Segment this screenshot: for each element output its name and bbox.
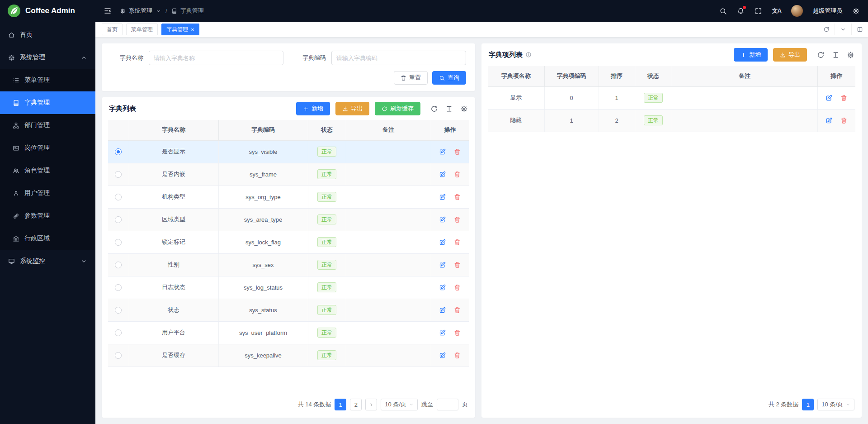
fullscreen-icon[interactable]	[755, 7, 762, 15]
sidebar-item-system-monitor[interactable]: 系统监控	[0, 250, 95, 272]
table-row[interactable]: 状态 sys_status 正常	[108, 299, 469, 321]
delete-icon[interactable]	[840, 95, 847, 101]
table-row[interactable]: 锁定标记 sys_lock_flag 正常	[108, 231, 469, 253]
table-row[interactable]: 用户平台 sys_user_platform 正常	[108, 321, 469, 344]
delete-icon[interactable]	[454, 148, 461, 155]
sidebar-item-menu-management[interactable]: 菜单管理	[0, 69, 95, 91]
edit-icon[interactable]	[439, 148, 446, 155]
dict-code-input[interactable]	[331, 51, 466, 65]
jump-page-input[interactable]	[437, 399, 458, 410]
breadcrumb-separator: /	[165, 8, 167, 14]
row-radio[interactable]	[115, 216, 122, 223]
page-size-select[interactable]: 10 条/页	[817, 399, 854, 410]
tab-home[interactable]: 首页	[102, 24, 123, 35]
column-settings-icon[interactable]	[832, 51, 840, 59]
row-radio-checked[interactable]	[115, 148, 122, 155]
delete-icon[interactable]	[840, 117, 847, 124]
translate-icon[interactable]: 文A	[772, 7, 781, 15]
edit-icon[interactable]	[826, 95, 832, 101]
edit-icon[interactable]	[439, 307, 446, 314]
table-row[interactable]: 隐藏 1 2 正常	[488, 109, 855, 132]
delete-icon[interactable]	[454, 216, 461, 223]
notification-bell-icon[interactable]	[737, 7, 745, 15]
sidebar-item-admin-region[interactable]: 行政区域	[0, 227, 95, 250]
breadcrumb-parent[interactable]: 系统管理	[129, 7, 152, 15]
edit-icon[interactable]	[826, 117, 832, 124]
tab-label: 字典管理	[166, 26, 188, 33]
export-button[interactable]: 导出	[335, 102, 369, 115]
edit-icon[interactable]	[439, 262, 446, 268]
edit-icon[interactable]	[439, 171, 446, 178]
page-size-select[interactable]: 10 条/页	[381, 399, 418, 410]
reset-button[interactable]: 重置	[394, 71, 428, 85]
table-row[interactable]: 日志状态 sys_log_status 正常	[108, 276, 469, 299]
delete-icon[interactable]	[454, 352, 461, 359]
query-button[interactable]: 查询	[432, 71, 466, 85]
tab-dict-management[interactable]: 字典管理 ×	[161, 24, 199, 35]
sidebar-item-param-management[interactable]: 参数管理	[0, 205, 95, 227]
collapse-sidebar-icon[interactable]	[104, 7, 112, 15]
sidebar-item-dept-management[interactable]: 部门管理	[0, 114, 95, 137]
app-root: Coffee Admin 首页 系统管理 菜单管理 字典管理	[0, 0, 868, 424]
sidebar-item-system-management[interactable]: 系统管理	[0, 46, 95, 69]
add-button[interactable]: 新增	[296, 102, 330, 115]
delete-icon[interactable]	[454, 171, 461, 178]
maximize-layout-icon[interactable]	[851, 24, 868, 35]
sidebar-item-home[interactable]: 首页	[0, 24, 95, 46]
avatar[interactable]	[791, 5, 803, 17]
gear-icon[interactable]	[847, 51, 854, 59]
row-radio[interactable]	[115, 352, 122, 359]
sidebar-item-user-management[interactable]: 用户管理	[0, 182, 95, 205]
settings-gear-icon[interactable]	[852, 7, 860, 15]
edit-icon[interactable]	[439, 284, 446, 291]
table-row[interactable]: 是否显示 sys_visible 正常	[108, 140, 469, 163]
add-item-button[interactable]: 新增	[734, 48, 768, 62]
table-row[interactable]: 性别 sys_sex 正常	[108, 253, 469, 276]
page-button-1[interactable]: 1	[335, 399, 346, 410]
page-button-1[interactable]: 1	[802, 399, 814, 410]
dict-name-input[interactable]	[149, 51, 283, 65]
sidebar-item-post-management[interactable]: 岗位管理	[0, 137, 95, 159]
next-page-button[interactable]	[365, 399, 377, 410]
refresh-icon[interactable]	[817, 51, 825, 59]
edit-icon[interactable]	[439, 216, 446, 223]
info-icon[interactable]	[525, 52, 532, 58]
delete-icon[interactable]	[454, 284, 461, 291]
delete-icon[interactable]	[454, 262, 461, 268]
edit-icon[interactable]	[439, 329, 446, 336]
row-radio[interactable]	[115, 284, 122, 291]
row-radio[interactable]	[115, 239, 122, 246]
sidebar-item-role-management[interactable]: 角色管理	[0, 159, 95, 182]
refresh-icon[interactable]	[430, 105, 438, 113]
refresh-icon[interactable]	[818, 24, 835, 35]
row-radio[interactable]	[115, 171, 122, 178]
delete-icon[interactable]	[454, 239, 461, 246]
delete-icon[interactable]	[454, 194, 461, 200]
delete-icon[interactable]	[454, 329, 461, 336]
edit-icon[interactable]	[439, 239, 446, 246]
search-icon[interactable]	[719, 7, 727, 15]
table-row[interactable]: 区域类型 sys_area_type 正常	[108, 208, 469, 231]
row-radio[interactable]	[115, 194, 122, 200]
export-items-button[interactable]: 导出	[773, 48, 807, 62]
table-row[interactable]: 机构类型 sys_org_type 正常	[108, 186, 469, 208]
gear-icon[interactable]	[460, 105, 468, 113]
refresh-cache-button[interactable]: 刷新缓存	[375, 102, 420, 115]
row-radio[interactable]	[115, 329, 122, 336]
table-row[interactable]: 是否内嵌 sys_frame 正常	[108, 163, 469, 186]
sidebar-item-dict-management[interactable]: 字典管理	[0, 91, 95, 114]
edit-icon[interactable]	[439, 352, 446, 359]
table-row[interactable]: 是否缓存 sys_keepalive 正常	[108, 344, 469, 367]
chevron-down-icon[interactable]	[835, 24, 851, 35]
row-radio[interactable]	[115, 307, 122, 314]
column-settings-icon[interactable]	[445, 105, 453, 113]
app-logo[interactable]: Coffee Admin	[0, 0, 95, 22]
close-icon[interactable]: ×	[191, 27, 194, 33]
delete-icon[interactable]	[454, 307, 461, 314]
row-radio[interactable]	[115, 262, 122, 268]
edit-icon[interactable]	[439, 194, 446, 200]
tab-menu-management[interactable]: 菜单管理	[126, 24, 158, 35]
username[interactable]: 超级管理员	[813, 7, 842, 15]
page-button-2[interactable]: 2	[350, 399, 362, 410]
table-row[interactable]: 显示 0 1 正常	[488, 86, 855, 109]
